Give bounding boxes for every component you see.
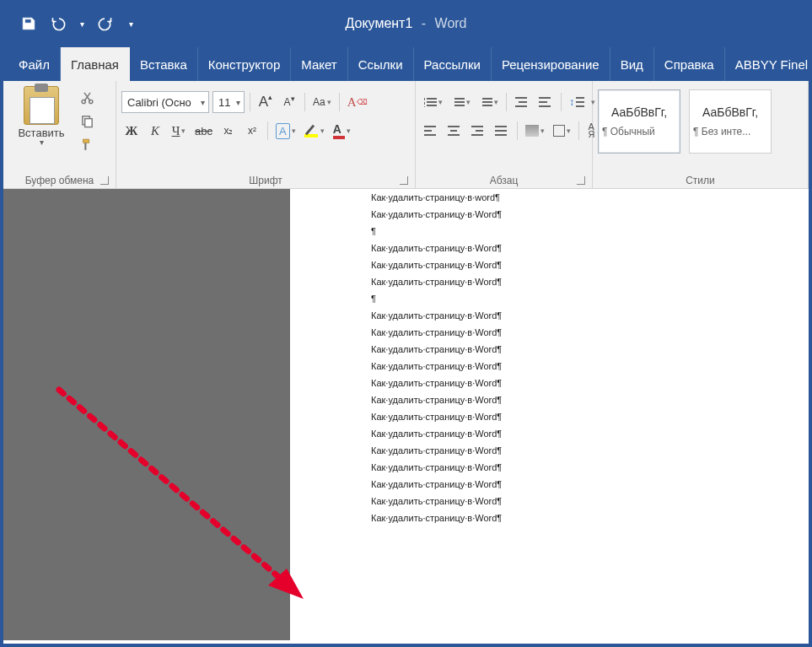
bullets-button[interactable]: [421, 91, 445, 113]
style-preview: АаБбВвГг,: [702, 105, 758, 119]
document-line[interactable]: Как·удалить·страницу·в·Word¶: [371, 408, 809, 425]
document-line[interactable]: ¶: [371, 223, 809, 240]
tab-справка[interactable]: Справка: [654, 47, 725, 81]
undo-button[interactable]: [46, 10, 73, 37]
italic-button[interactable]: К: [145, 120, 165, 142]
superscript-button[interactable]: x²: [242, 120, 262, 142]
group-label-paragraph: Абзац: [421, 172, 587, 188]
clear-formatting-button[interactable]: A⌫: [345, 91, 370, 113]
underline-button[interactable]: Ч: [169, 120, 189, 142]
highlight-button[interactable]: [302, 120, 327, 142]
svg-rect-3: [84, 118, 92, 127]
shrink-font-button[interactable]: A▾: [279, 91, 299, 113]
justify-button[interactable]: [492, 120, 512, 142]
style-card[interactable]: АаБбВвГг,¶ Без инте...: [689, 89, 772, 154]
multilevel-button[interactable]: [476, 91, 501, 113]
copy-button[interactable]: [78, 111, 96, 130]
document-area: Как·удалить·страницу·в·word¶Как·удалить·…: [3, 189, 809, 640]
document-line[interactable]: Как·удалить·страницу·в·Word¶: [371, 442, 809, 459]
strike-button[interactable]: abc: [192, 120, 215, 142]
document-line[interactable]: Как·удалить·страницу·в·Word¶: [371, 391, 809, 408]
align-right-button[interactable]: [468, 120, 488, 142]
ribbon: Вставить ▾ Буфер обмена Calibri (О: [3, 81, 809, 189]
ribbon-tabs: ФайлГлавнаяВставкаКонструкторМакетСсылки…: [3, 47, 809, 81]
group-label-clipboard: Буфер обмена: [8, 172, 110, 188]
group-font: Calibri (Осно▾ 11▾ A▴ A▾ Aa A⌫ Ж К Ч abc…: [116, 81, 416, 188]
group-styles: АаБбВвГг,¶ ОбычныйАаБбВвГг,¶ Без инте...…: [593, 81, 809, 188]
shading-button[interactable]: [523, 120, 547, 142]
save-button[interactable]: [15, 10, 42, 37]
indent-button[interactable]: [535, 91, 556, 113]
subscript-button[interactable]: x₂: [218, 120, 239, 142]
font-size-combo[interactable]: 11▾: [212, 91, 245, 113]
left-gutter: [3, 189, 290, 640]
document-line[interactable]: Как·удалить·страницу·в·Word¶: [371, 476, 809, 493]
document-line[interactable]: Как·удалить·страницу·в·Word¶: [371, 206, 809, 223]
outdent-button[interactable]: [512, 91, 532, 113]
document-line[interactable]: Как·удалить·страницу·в·Word¶: [371, 341, 809, 358]
title-bar: ▾ ▾ Документ1 - Word: [3, 0, 809, 47]
qat-customize[interactable]: ▾: [121, 10, 140, 37]
tab-рассылки[interactable]: Рассылки: [414, 47, 492, 81]
tab-макет[interactable]: Макет: [291, 47, 347, 81]
document-line[interactable]: ¶: [371, 290, 809, 307]
tab-главная[interactable]: Главная: [61, 47, 130, 81]
svg-point-1: [89, 100, 92, 103]
undo-dropdown[interactable]: ▾: [76, 10, 88, 37]
svg-point-0: [82, 100, 85, 103]
format-painter-button[interactable]: [78, 135, 96, 154]
document-line[interactable]: Как·удалить·страницу·в·Word¶: [371, 358, 809, 375]
quick-access-toolbar: ▾ ▾: [15, 10, 140, 37]
font-color-button[interactable]: A: [331, 120, 353, 142]
document-line[interactable]: Как·удалить·страницу·в·Word¶: [371, 273, 809, 290]
bold-button[interactable]: Ж: [121, 120, 142, 142]
style-preview: АаБбВвГг,: [611, 105, 667, 119]
document-line[interactable]: Как·удалить·страницу·в·Word¶: [371, 240, 809, 256]
document-line[interactable]: Как·удалить·страницу·в·Word¶: [371, 256, 809, 273]
document-line[interactable]: Как·удалить·страницу·в·Word¶: [371, 307, 809, 324]
align-center-button[interactable]: [444, 120, 465, 142]
borders-button[interactable]: [551, 120, 573, 142]
tab-файл[interactable]: Файл: [8, 47, 61, 81]
redo-button[interactable]: [91, 10, 118, 37]
tab-конструктор[interactable]: Конструктор: [198, 47, 292, 81]
style-name: ¶ Без инте...: [693, 126, 767, 137]
group-label-font: Шрифт: [121, 172, 410, 188]
text-effects-button[interactable]: A: [273, 120, 298, 142]
document-name: Документ1: [345, 16, 412, 30]
tab-рецензирование[interactable]: Рецензирование: [492, 47, 610, 81]
document-line[interactable]: Как·удалить·страницу·в·Word¶: [371, 493, 809, 510]
style-name: ¶ Обычный: [602, 126, 676, 137]
numbering-button[interactable]: [449, 91, 473, 113]
document-line[interactable]: Как·удалить·страницу·в·Word¶: [371, 510, 809, 526]
tab-ссылки[interactable]: Ссылки: [348, 47, 414, 81]
document-line[interactable]: Как·удалить·страницу·в·word¶: [371, 189, 809, 206]
document-line[interactable]: Как·удалить·страницу·в·Word¶: [371, 324, 809, 341]
paste-icon[interactable]: [24, 86, 59, 125]
group-label-styles: Стили: [598, 172, 803, 188]
group-paragraph: ↕ AЯ↓ ¶ Абзац: [416, 81, 593, 188]
group-clipboard: Вставить ▾ Буфер обмена: [3, 81, 116, 188]
grow-font-button[interactable]: A▴: [255, 91, 276, 113]
tab-вид[interactable]: Вид: [610, 47, 654, 81]
paste-dropdown[interactable]: ▾: [40, 139, 44, 146]
app-name: Word: [435, 16, 467, 30]
align-left-button[interactable]: [421, 120, 441, 142]
change-case-button[interactable]: Aa: [310, 91, 334, 113]
tab-abbyy finel[interactable]: ABBYY Finel: [725, 47, 812, 81]
document-line[interactable]: Как·удалить·страницу·в·Word¶: [371, 375, 809, 391]
document-line[interactable]: Как·удалить·страницу·в·Word¶: [371, 425, 809, 442]
cut-button[interactable]: [78, 88, 96, 106]
font-name-combo[interactable]: Calibri (Осно▾: [121, 91, 209, 113]
document-line[interactable]: Как·удалить·страницу·в·Word¶: [371, 459, 809, 476]
style-card[interactable]: АаБбВвГг,¶ Обычный: [598, 89, 680, 154]
tab-вставка[interactable]: Вставка: [130, 47, 198, 81]
document-page[interactable]: Как·удалить·страницу·в·word¶Как·удалить·…: [290, 189, 809, 640]
